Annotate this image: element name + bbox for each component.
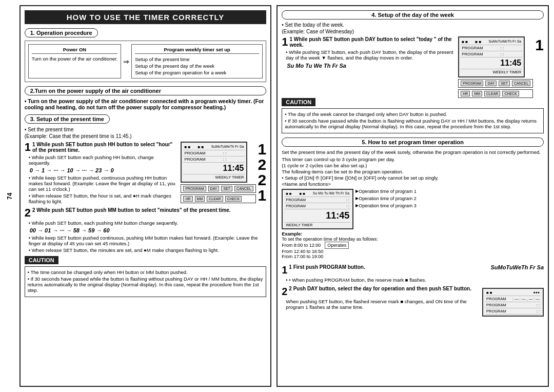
- s5-detail-5: <Name and functions>: [282, 181, 544, 187]
- step1-right-bullet: While pushing SET button, each push DAY …: [286, 49, 454, 61]
- example-time-row-1: From 8:00 to 12:00 Operates: [282, 242, 378, 249]
- section5-header: 5. How to set program timer operation: [282, 138, 544, 147]
- r-clear-btn[interactable]: CLEAR: [484, 91, 500, 96]
- su-mo-label-right: SuMoTuWeTh Fr Sa: [491, 264, 544, 270]
- r-cancel-btn[interactable]: CANCEL: [512, 81, 530, 86]
- section2-text: • Turn on the power supply of the air co…: [25, 98, 267, 110]
- right-display-buttons-2: HR MM CLEAR CHECK: [458, 89, 533, 98]
- step2-sub: While push SET button, each pushing MM b…: [29, 220, 267, 226]
- flow-item-1: Setup of the present time: [135, 56, 259, 63]
- s5-step2-content: 2 2 Push DAY button, select the day for …: [282, 286, 480, 310]
- tdl-row-2: PROGRAM: :: [285, 197, 350, 203]
- example-label: Example:: [282, 231, 302, 237]
- s5-step2-header: 2 2 Push DAY button, select the day for …: [282, 286, 480, 298]
- tdl-weekly: WEEKLY TIMER: [285, 223, 350, 227]
- caution-right-label: CAUTION: [282, 98, 315, 106]
- mm-btn[interactable]: MM: [195, 196, 205, 202]
- flow-item-2: Setup of the present day of the week: [135, 63, 259, 69]
- step2-main: 2 While push SET button push MM button t…: [32, 207, 231, 213]
- flow-arrow: ⇒: [123, 44, 129, 79]
- step1-right-content: 1 1 While push SET button push DAY butto…: [282, 36, 454, 71]
- caution-section: CAUTION • The time cannot be changed onl…: [25, 256, 267, 297]
- cancel-btn[interactable]: CANCEL: [234, 186, 253, 191]
- power-on-item: Turn on the power of the air conditioner…: [32, 56, 118, 62]
- r-mm-btn[interactable]: MM: [472, 91, 482, 96]
- time-1: From 8:00 to 12:00: [282, 243, 321, 248]
- annotations: Operation time of program 1 Operation ti…: [355, 189, 417, 209]
- program-btn[interactable]: PROGRAM: [183, 186, 206, 191]
- operation-procedure-box: Power ON Turn on the power of the air co…: [25, 41, 267, 82]
- set-btn[interactable]: SET: [221, 186, 232, 191]
- r-day-btn[interactable]: DAY: [485, 81, 497, 86]
- caution-right-content: • The day of the week cannot be changed …: [282, 108, 544, 133]
- timer-display-large: ■ ■■ ■Su Mo Tu We Th Fr Sa PROGRAM: : PR…: [282, 189, 353, 229]
- display-buttons-1: PROGRAM DAY SET CANCEL: [181, 184, 255, 193]
- section-1: 1. Operation procedure Power ON Turn on …: [25, 28, 267, 82]
- r-program-btn[interactable]: PROGRAM: [461, 81, 483, 86]
- op-diag-left: ■ ■■ ■Su Mo Tu We Th Fr Sa PROGRAM: : PR…: [282, 189, 544, 261]
- section4-set-text: • Set the today of the week.: [282, 22, 544, 28]
- rdisp-weekly: WEEKLY TIMER: [461, 69, 522, 75]
- sequence-1: 0 → 1 → ··· → 10 → ··· → 23 → 0: [30, 167, 177, 173]
- step1-content: 1 1 While push SET button push HH button…: [25, 142, 177, 205]
- display-device-1: ■ ■■ ■SuMoTuWeTh Fr Sa PROGRAM: : PROGRA…: [181, 142, 266, 203]
- s5-step2-row: 2 2 Push DAY button, select the day for …: [282, 286, 544, 317]
- step1-bullet-2: While keep SET button pushed, continuous…: [29, 175, 177, 192]
- s5-step1-sub: • When pushing PROGRAM button, the reser…: [286, 277, 488, 283]
- s5-step2-sub: When pushing SET button, the flashed res…: [286, 299, 480, 310]
- lcd-display-right: ■ ■■ ■SuMoTuWeTh Fr Sa PROGRAM: : PROGRA…: [458, 36, 525, 77]
- step1-num: 1: [25, 142, 31, 153]
- section-3: 3. Setup of the present time • Set the p…: [25, 114, 267, 253]
- flow-left: Power ON Turn on the power of the air co…: [28, 44, 122, 79]
- right-display-with-btns: ■ ■■ ■SuMoTuWeTh Fr Sa PROGRAM: : PROGRA…: [458, 36, 533, 98]
- rdisp-row-2: PROGRAM: :: [461, 45, 522, 51]
- annotation-2: Operation time of program 2: [355, 196, 417, 201]
- clear-btn[interactable]: CLEAR: [207, 196, 223, 202]
- disp-time-1: 11:45: [183, 163, 245, 174]
- caution-content: • The time cannot be changed only when H…: [25, 266, 267, 297]
- set-time-text: • Set the present time: [25, 127, 267, 132]
- example-block: Example: To set the operation time of Mo…: [282, 231, 544, 259]
- example-detail: To set the operation time of Monday as f…: [282, 237, 378, 242]
- flow-table: Power ON Turn on the power of the air co…: [28, 44, 263, 79]
- r-set-btn[interactable]: SET: [499, 81, 510, 86]
- step1-block: 1 1 While push SET button push HH button…: [25, 142, 267, 205]
- program-title: Program weekly timer set up: [135, 47, 259, 54]
- disp-row-2: PROGRAM: :: [183, 150, 245, 156]
- rdisp-row-1: ■ ■■ ■SuMoTuWeTh Fr Sa: [461, 39, 522, 45]
- page-number: 74: [5, 5, 14, 387]
- hr-btn[interactable]: HR: [183, 196, 192, 202]
- flow-right: Program weekly timer set up Setup of the…: [131, 44, 263, 79]
- right-step-numbers: 1 2 2 1: [258, 142, 267, 203]
- s5-step2-num: 2: [282, 286, 287, 298]
- section-4: 4. Setup of the day of the week • Set th…: [282, 10, 544, 133]
- left-panel: HOW TO USE THE TIMER CORRECTLY 1. Operat…: [19, 5, 272, 387]
- annotation-3: Operation time of program 3: [355, 203, 417, 208]
- s5-detail-4: • Setup of [ON] ® [OFF] time ([ON] or [O…: [282, 175, 544, 181]
- rdisp-time: 11:45: [461, 57, 522, 69]
- disp-weekly: WEEKLY TIMER: [183, 174, 245, 180]
- example-time: (Example: Case that the present time is …: [25, 133, 267, 139]
- step1-right-main: 1 While push SET button push DAY button …: [289, 36, 454, 48]
- caution-right: CAUTION • The day of the week cannot be …: [282, 98, 544, 133]
- display-with-buttons: ■ ■■ ■SuMoTuWeTh Fr Sa PROGRAM: : PROGRA…: [181, 142, 255, 203]
- operates-box: Operates: [325, 242, 349, 249]
- disp-row-1: ■ ■■ ■SuMoTuWeTh Fr Sa: [183, 144, 245, 150]
- check-btn[interactable]: CHECK: [225, 196, 242, 202]
- s5-step2-main: 2 Push DAY button, select the day for op…: [289, 286, 471, 291]
- power-on-title: Power ON: [32, 47, 118, 54]
- annotation-1: Operation time of program 1: [355, 189, 417, 194]
- flow-item-3: Setup of the program operation for a wee…: [135, 69, 259, 76]
- timer-diag-row: ■ ■■ ■Su Mo Tu We Th Fr Sa PROGRAM: : PR…: [282, 189, 544, 229]
- section1-header: 1. Operation procedure: [25, 28, 98, 37]
- r-hr-btn[interactable]: HR: [461, 91, 470, 96]
- caution-item-2: • If 30 seconds have passed while the bu…: [28, 276, 264, 293]
- day-btn[interactable]: DAY: [208, 186, 220, 191]
- step1-right-block: 1 1 While push SET button push DAY butto…: [282, 36, 544, 98]
- lcd-display-1: ■ ■■ ■SuMoTuWeTh Fr Sa PROGRAM: : PROGRA…: [181, 142, 247, 183]
- caution-label: CAUTION: [25, 256, 58, 264]
- example-detail-block: Example: To set the operation time of Mo…: [282, 231, 378, 259]
- rdisp-row-3: PROGRAM: :: [461, 51, 522, 57]
- step1-right-num: 1: [282, 36, 288, 48]
- r-check-btn[interactable]: CHECK: [502, 91, 519, 96]
